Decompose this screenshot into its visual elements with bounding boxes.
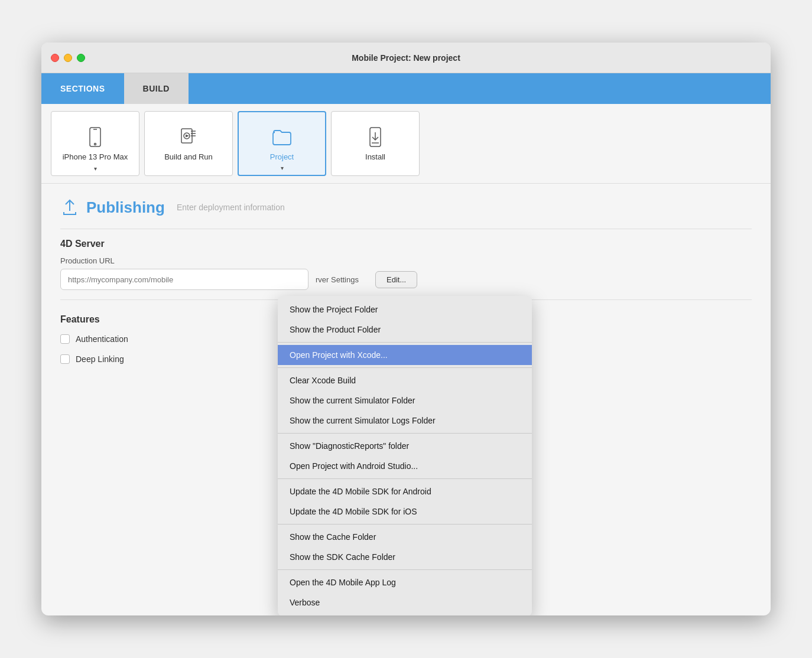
traffic-lights bbox=[51, 54, 85, 62]
server-row: rver Settings Edit... bbox=[60, 269, 752, 290]
menu-item-update-ios-sdk[interactable]: Update the 4D Mobile SDK for iOS bbox=[278, 501, 532, 522]
menu-item-show-simulator-logs[interactable]: Show the current Simulator Logs Folder bbox=[278, 411, 532, 431]
section-subtitle: Enter deployment information bbox=[177, 203, 285, 212]
server-section: 4D Server Production URL rver Settings E… bbox=[60, 239, 752, 290]
server-title: 4D Server bbox=[60, 239, 752, 249]
separator-6 bbox=[278, 569, 532, 570]
menu-item-show-cache[interactable]: Show the Cache Folder bbox=[278, 527, 532, 547]
menu-item-show-diagnostic[interactable]: Show "DiagnosticReports" folder bbox=[278, 436, 532, 456]
main-window: Mobile Project: New project SECTIONS BUI… bbox=[41, 43, 771, 615]
title-bar: Mobile Project: New project bbox=[41, 43, 771, 73]
toolbar-btn-build-run[interactable]: Build and Run bbox=[144, 111, 233, 176]
server-settings-text: rver Settings bbox=[316, 275, 359, 284]
menu-item-clear-xcode[interactable]: Clear Xcode Build bbox=[278, 370, 532, 390]
toolbar-btn-project[interactable]: Project ▾ bbox=[238, 111, 326, 176]
auth-label: Authentication bbox=[76, 334, 128, 344]
minimize-button[interactable] bbox=[64, 54, 72, 62]
tab-build[interactable]: BUILD bbox=[124, 73, 189, 104]
menu-item-open-android-studio[interactable]: Open Project with Android Studio... bbox=[278, 456, 532, 476]
menu-item-open-app-log[interactable]: Open the 4D Mobile App Log bbox=[278, 572, 532, 592]
svg-marker-5 bbox=[186, 134, 189, 137]
window-title: Mobile Project: New project bbox=[352, 53, 460, 63]
menu-item-open-xcode[interactable]: Open Project with Xcode... bbox=[278, 345, 532, 365]
maximize-button[interactable] bbox=[77, 54, 85, 62]
separator-1 bbox=[278, 342, 532, 343]
close-button[interactable] bbox=[51, 54, 59, 62]
separator-3 bbox=[278, 433, 532, 434]
auth-checkbox[interactable] bbox=[60, 334, 70, 344]
phone-icon bbox=[85, 126, 106, 148]
main-content: Publishing Enter deployment information … bbox=[41, 184, 771, 389]
toolbar-btn-iphone[interactable]: iPhone 13 Pro Max ▾ bbox=[51, 111, 139, 176]
folder-icon bbox=[271, 126, 293, 148]
menu-item-show-project-folder[interactable]: Show the Project Folder bbox=[278, 299, 532, 320]
upload-icon bbox=[60, 198, 79, 217]
toolbar-btn-install[interactable]: Install bbox=[331, 111, 420, 176]
prod-url-input[interactable] bbox=[60, 269, 308, 290]
separator-2 bbox=[278, 367, 532, 368]
deep-linking-label: Deep Linking bbox=[76, 354, 124, 364]
project-dropdown-menu: Show the Project Folder Show the Product… bbox=[278, 296, 532, 615]
section-header: Publishing Enter deployment information bbox=[60, 198, 752, 217]
iphone-dropdown-arrow: ▾ bbox=[94, 165, 97, 172]
menu-item-show-sdk-cache[interactable]: Show the SDK Cache Folder bbox=[278, 547, 532, 567]
separator-4 bbox=[278, 478, 532, 479]
menu-item-update-android-sdk[interactable]: Update the 4D Mobile SDK for Android bbox=[278, 481, 532, 501]
project-dropdown-arrow: ▾ bbox=[281, 165, 284, 171]
tab-sections[interactable]: SECTIONS bbox=[41, 73, 124, 104]
install-icon bbox=[365, 126, 386, 148]
menu-item-show-product-folder[interactable]: Show the Product Folder bbox=[278, 320, 532, 340]
build-icon bbox=[178, 126, 199, 148]
separator-5 bbox=[278, 524, 532, 525]
divider-1 bbox=[60, 229, 752, 229]
menu-item-show-simulator-folder[interactable]: Show the current Simulator Folder bbox=[278, 390, 532, 411]
menu-item-verbose[interactable]: Verbose bbox=[278, 592, 532, 613]
deep-linking-checkbox[interactable] bbox=[60, 354, 70, 364]
toolbar: iPhone 13 Pro Max ▾ Build and Run Projec… bbox=[41, 104, 771, 184]
edit-button[interactable]: Edit... bbox=[375, 271, 417, 288]
svg-point-2 bbox=[95, 143, 96, 145]
tab-bar: SECTIONS BUILD bbox=[41, 73, 771, 104]
section-title: Publishing bbox=[86, 198, 165, 217]
prod-url-label: Production URL bbox=[60, 256, 752, 265]
